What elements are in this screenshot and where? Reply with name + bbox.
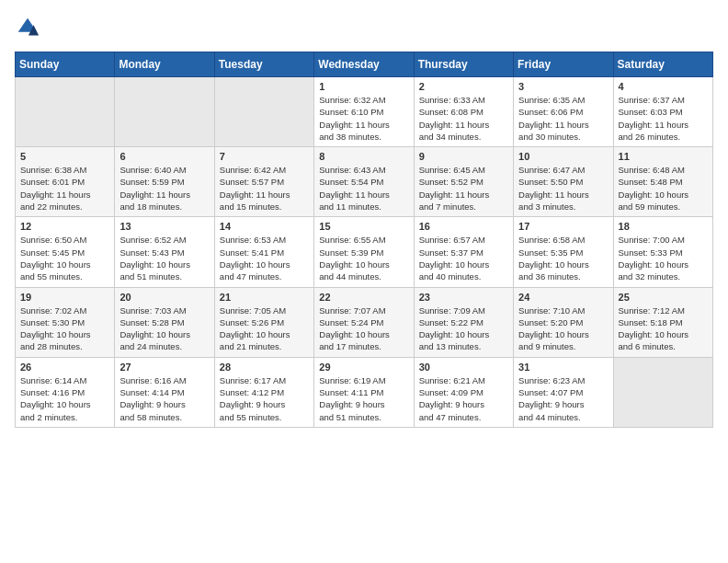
day-info: Sunrise: 6:52 AMSunset: 5:43 PMDaylight:… [119,234,209,282]
day-cell: 21Sunrise: 7:05 AMSunset: 5:26 PMDayligh… [214,287,313,357]
logo-icon [15,15,40,40]
day-number: 17 [518,221,608,232]
day-cell: 27Sunrise: 6:16 AMSunset: 4:14 PMDayligh… [115,357,214,427]
day-cell: 3Sunrise: 6:35 AMSunset: 6:06 PMDaylight… [514,77,613,147]
day-cell: 14Sunrise: 6:53 AMSunset: 5:41 PMDayligh… [214,217,313,287]
day-cell: 9Sunrise: 6:45 AMSunset: 5:52 PMDaylight… [414,147,513,217]
day-cell: 16Sunrise: 6:57 AMSunset: 5:37 PMDayligh… [414,217,513,287]
day-number: 13 [119,221,209,232]
header-row: SundayMondayTuesdayWednesdayThursdayFrid… [16,52,713,77]
day-cell: 5Sunrise: 6:38 AMSunset: 6:01 PMDaylight… [16,147,115,217]
day-info: Sunrise: 6:23 AMSunset: 4:07 PMDaylight:… [518,374,608,423]
day-number: 19 [20,292,109,303]
day-info: Sunrise: 6:16 AMSunset: 4:14 PMDaylight:… [119,374,209,423]
day-number: 26 [20,362,109,373]
header-day-tuesday: Tuesday [214,52,313,77]
day-cell: 12Sunrise: 6:50 AMSunset: 5:45 PMDayligh… [16,217,115,287]
day-info: Sunrise: 6:48 AMSunset: 5:48 PMDaylight:… [619,164,708,213]
day-cell: 25Sunrise: 7:12 AMSunset: 5:18 PMDayligh… [613,287,712,357]
logo [15,15,44,40]
header-day-thursday: Thursday [414,52,513,77]
day-info: Sunrise: 6:45 AMSunset: 5:52 PMDaylight:… [419,164,508,213]
week-row-5: 26Sunrise: 6:14 AMSunset: 4:16 PMDayligh… [16,357,713,427]
day-info: Sunrise: 6:21 AMSunset: 4:09 PMDaylight:… [419,374,508,423]
day-info: Sunrise: 6:17 AMSunset: 4:12 PMDaylight:… [220,374,309,423]
day-number: 15 [319,221,408,232]
day-cell [115,77,214,147]
day-info: Sunrise: 7:10 AMSunset: 5:20 PMDaylight:… [518,304,608,353]
day-cell: 29Sunrise: 6:19 AMSunset: 4:11 PMDayligh… [314,357,414,427]
day-number: 22 [319,292,408,303]
day-info: Sunrise: 6:58 AMSunset: 5:35 PMDaylight:… [518,234,608,282]
week-row-2: 5Sunrise: 6:38 AMSunset: 6:01 PMDaylight… [16,147,713,217]
day-cell: 17Sunrise: 6:58 AMSunset: 5:35 PMDayligh… [514,217,613,287]
day-info: Sunrise: 7:00 AMSunset: 5:33 PMDaylight:… [619,234,708,282]
day-number: 2 [419,81,508,92]
day-info: Sunrise: 7:03 AMSunset: 5:28 PMDaylight:… [119,304,209,353]
day-number: 7 [220,151,309,162]
day-number: 16 [419,221,508,232]
day-cell: 20Sunrise: 7:03 AMSunset: 5:28 PMDayligh… [115,287,214,357]
day-cell: 8Sunrise: 6:43 AMSunset: 5:54 PMDaylight… [314,147,414,217]
day-cell: 22Sunrise: 7:07 AMSunset: 5:24 PMDayligh… [314,287,414,357]
day-cell: 26Sunrise: 6:14 AMSunset: 4:16 PMDayligh… [16,357,115,427]
week-row-4: 19Sunrise: 7:02 AMSunset: 5:30 PMDayligh… [16,287,713,357]
calendar-body: 1Sunrise: 6:32 AMSunset: 6:10 PMDaylight… [16,77,713,428]
day-number: 5 [20,151,109,162]
day-info: Sunrise: 6:43 AMSunset: 5:54 PMDaylight:… [319,164,408,213]
calendar-header: SundayMondayTuesdayWednesdayThursdayFrid… [16,52,713,77]
day-cell: 23Sunrise: 7:09 AMSunset: 5:22 PMDayligh… [414,287,513,357]
day-info: Sunrise: 6:47 AMSunset: 5:50 PMDaylight:… [518,164,608,213]
day-cell: 30Sunrise: 6:21 AMSunset: 4:09 PMDayligh… [414,357,513,427]
day-number: 12 [20,221,109,232]
day-number: 3 [518,81,608,92]
page-header [15,15,713,40]
day-info: Sunrise: 6:19 AMSunset: 4:11 PMDaylight:… [319,374,408,423]
week-row-3: 12Sunrise: 6:50 AMSunset: 5:45 PMDayligh… [16,217,713,287]
day-cell: 19Sunrise: 7:02 AMSunset: 5:30 PMDayligh… [16,287,115,357]
day-cell: 28Sunrise: 6:17 AMSunset: 4:12 PMDayligh… [214,357,313,427]
day-cell: 10Sunrise: 6:47 AMSunset: 5:50 PMDayligh… [514,147,613,217]
day-info: Sunrise: 7:12 AMSunset: 5:18 PMDaylight:… [619,304,708,353]
day-info: Sunrise: 6:57 AMSunset: 5:37 PMDaylight:… [419,234,508,282]
header-day-friday: Friday [514,52,613,77]
day-cell: 1Sunrise: 6:32 AMSunset: 6:10 PMDaylight… [314,77,414,147]
day-cell: 6Sunrise: 6:40 AMSunset: 5:59 PMDaylight… [115,147,214,217]
week-row-1: 1Sunrise: 6:32 AMSunset: 6:10 PMDaylight… [16,77,713,147]
day-info: Sunrise: 7:05 AMSunset: 5:26 PMDaylight:… [220,304,309,353]
day-number: 11 [619,151,708,162]
day-info: Sunrise: 6:14 AMSunset: 4:16 PMDaylight:… [20,374,109,423]
day-info: Sunrise: 6:42 AMSunset: 5:57 PMDaylight:… [220,164,309,213]
day-info: Sunrise: 7:09 AMSunset: 5:22 PMDaylight:… [419,304,508,353]
day-cell [613,357,712,427]
calendar-table: SundayMondayTuesdayWednesdayThursdayFrid… [15,52,713,428]
day-number: 18 [619,221,708,232]
day-number: 23 [419,292,508,303]
day-cell: 2Sunrise: 6:33 AMSunset: 6:08 PMDaylight… [414,77,513,147]
day-cell [214,77,313,147]
day-info: Sunrise: 6:33 AMSunset: 6:08 PMDaylight:… [419,94,508,143]
day-info: Sunrise: 7:02 AMSunset: 5:30 PMDaylight:… [20,304,109,353]
day-cell: 31Sunrise: 6:23 AMSunset: 4:07 PMDayligh… [514,357,613,427]
header-day-sunday: Sunday [16,52,115,77]
day-number: 6 [119,151,209,162]
day-info: Sunrise: 6:55 AMSunset: 5:39 PMDaylight:… [319,234,408,282]
day-cell: 7Sunrise: 6:42 AMSunset: 5:57 PMDaylight… [214,147,313,217]
day-cell: 15Sunrise: 6:55 AMSunset: 5:39 PMDayligh… [314,217,414,287]
day-number: 24 [518,292,608,303]
day-cell: 13Sunrise: 6:52 AMSunset: 5:43 PMDayligh… [115,217,214,287]
day-number: 1 [319,81,408,92]
day-info: Sunrise: 6:40 AMSunset: 5:59 PMDaylight:… [119,164,209,213]
day-number: 9 [419,151,508,162]
day-info: Sunrise: 6:32 AMSunset: 6:10 PMDaylight:… [319,94,408,143]
day-number: 8 [319,151,408,162]
day-cell: 24Sunrise: 7:10 AMSunset: 5:20 PMDayligh… [514,287,613,357]
header-day-monday: Monday [115,52,214,77]
day-info: Sunrise: 7:07 AMSunset: 5:24 PMDaylight:… [319,304,408,353]
day-number: 30 [419,362,508,373]
day-number: 28 [220,362,309,373]
day-info: Sunrise: 6:50 AMSunset: 5:45 PMDaylight:… [20,234,109,282]
day-number: 29 [319,362,408,373]
day-number: 20 [119,292,209,303]
day-number: 14 [220,221,309,232]
